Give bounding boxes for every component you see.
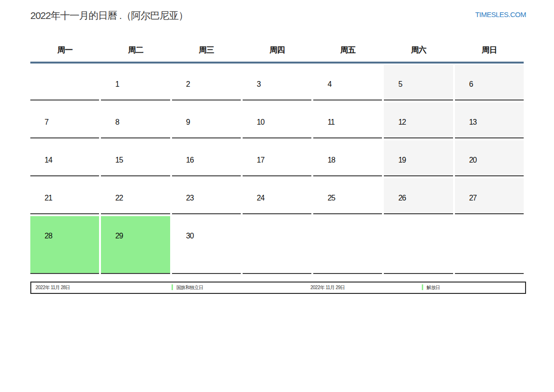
day-cell-27: 27	[455, 178, 524, 214]
day-number: 5	[398, 80, 402, 88]
day-number: 30	[186, 232, 194, 240]
day-cell-4: 4	[313, 64, 382, 100]
legend-date-2: 2022年 11月 29日	[310, 284, 422, 291]
holiday-marker-icon	[422, 284, 423, 290]
day-cell-6: 6	[455, 64, 524, 100]
day-cell-empty	[384, 216, 453, 274]
calendar: 周一周二周三周四周五周六周日 1234567891011121314151617…	[30, 38, 524, 274]
weekday-label-7: 周日	[455, 45, 524, 55]
day-number: 6	[469, 80, 473, 88]
day-number: 8	[115, 118, 119, 126]
day-number: 18	[327, 156, 335, 164]
day-cell-25: 25	[313, 178, 382, 214]
day-number: 25	[327, 194, 335, 202]
day-cell-30: 30	[172, 216, 241, 274]
weekday-header-row: 周一周二周三周四周五周六周日	[30, 38, 524, 62]
day-number: 19	[398, 156, 406, 164]
day-number: 28	[45, 232, 52, 240]
day-cell-14: 14	[30, 140, 99, 176]
holiday-marker-icon	[172, 284, 173, 290]
day-cell-5: 5	[384, 64, 453, 100]
day-cell-15: 15	[101, 140, 170, 176]
weekday-label-3: 周三	[172, 45, 241, 55]
weekday-label-6: 周六	[384, 45, 453, 55]
day-cell-23: 23	[172, 178, 241, 214]
day-number: 1	[115, 80, 119, 88]
day-cell-12: 12	[384, 102, 453, 138]
day-number: 16	[186, 156, 194, 164]
day-number: 23	[186, 194, 194, 202]
day-number: 2	[186, 80, 190, 88]
page: 2022年十一月的日曆 .（阿尔巴尼亚） TIMESLES.COM 周一周二周三…	[0, 0, 554, 294]
calendar-grid: 1234567891011121314151617181920212223242…	[30, 64, 524, 274]
day-cell-empty	[455, 216, 524, 274]
day-number: 20	[469, 156, 477, 164]
legend-holiday-name: 国旗和独立日	[176, 285, 203, 290]
day-number: 22	[115, 194, 123, 202]
weekday-label-4: 周四	[243, 45, 311, 55]
day-cell-19: 19	[384, 140, 453, 176]
day-number: 7	[45, 118, 48, 126]
day-cell-10: 10	[243, 102, 311, 138]
day-cell-8: 8	[101, 102, 170, 138]
day-cell-28: 28	[30, 216, 99, 274]
weekday-label-1: 周一	[30, 45, 99, 55]
day-number: 21	[45, 194, 52, 202]
weekday-label-5: 周五	[313, 45, 382, 55]
day-number: 10	[257, 118, 264, 126]
day-cell-24: 24	[243, 178, 311, 214]
weekday-label-2: 周二	[101, 45, 170, 55]
day-number: 12	[398, 118, 406, 126]
day-number: 4	[327, 80, 331, 88]
holiday-legend: 2022年 11月 28日国旗和独立日2022年 11月 29日解放日	[30, 282, 526, 294]
day-number: 14	[45, 156, 52, 164]
day-number: 17	[257, 156, 264, 164]
day-number: 29	[115, 232, 123, 240]
day-number: 15	[115, 156, 123, 164]
day-cell-20: 20	[455, 140, 524, 176]
day-cell-empty	[313, 216, 382, 274]
site-logo-link[interactable]: TIMESLES.COM	[475, 9, 526, 20]
day-number: 24	[257, 194, 264, 202]
day-cell-18: 18	[313, 140, 382, 176]
day-cell-11: 11	[313, 102, 382, 138]
legend-holiday-2: 解放日	[422, 284, 525, 291]
day-cell-21: 21	[30, 178, 99, 214]
legend-holiday-1: 国旗和独立日	[172, 284, 310, 291]
day-cell-7: 7	[30, 102, 99, 138]
day-number: 26	[398, 194, 406, 202]
day-number: 11	[327, 118, 335, 126]
day-number: 13	[469, 118, 477, 126]
day-cell-13: 13	[455, 102, 524, 138]
day-cell-22: 22	[101, 178, 170, 214]
day-cell-16: 16	[172, 140, 241, 176]
day-number: 9	[186, 118, 190, 126]
page-title: 2022年十一月的日曆 .（阿尔巴尼亚）	[30, 9, 188, 22]
day-cell-empty	[30, 64, 99, 100]
legend-holiday-name: 解放日	[427, 285, 440, 290]
day-cell-1: 1	[101, 64, 170, 100]
day-cell-29: 29	[101, 216, 170, 274]
day-number: 27	[469, 194, 477, 202]
top-bar: 2022年十一月的日曆 .（阿尔巴尼亚） TIMESLES.COM	[30, 9, 526, 23]
header-divider	[30, 62, 524, 64]
day-cell-26: 26	[384, 178, 453, 214]
day-number: 3	[257, 80, 261, 88]
legend-date-1: 2022年 11月 28日	[36, 284, 172, 291]
day-cell-2: 2	[172, 64, 241, 100]
day-cell-17: 17	[243, 140, 311, 176]
day-cell-3: 3	[243, 64, 311, 100]
day-cell-empty	[243, 216, 311, 274]
day-cell-9: 9	[172, 102, 241, 138]
